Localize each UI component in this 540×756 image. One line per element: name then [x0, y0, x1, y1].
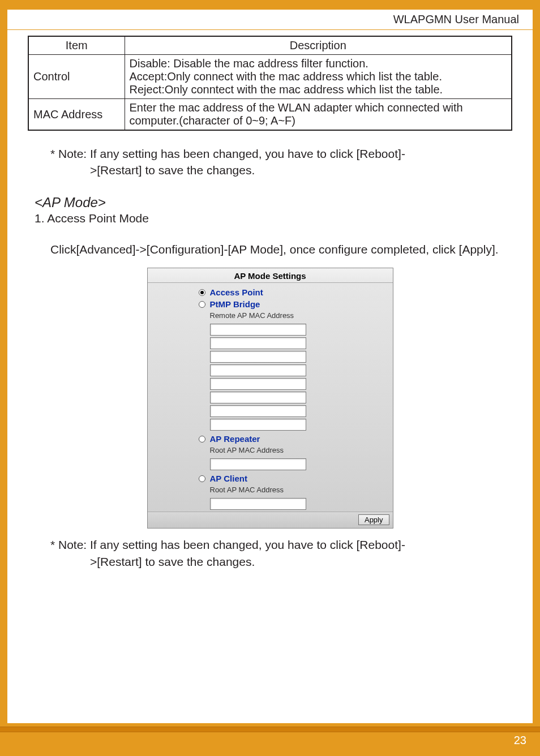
- section-title: <AP Mode>: [35, 195, 512, 211]
- sublabel-root-mac: Root AP MAC Address: [148, 484, 393, 496]
- sublabel-root-mac: Root AP MAC Address: [148, 445, 393, 457]
- mac-input[interactable]: [210, 405, 306, 417]
- apply-button[interactable]: Apply: [358, 514, 389, 525]
- note-line: * Note: If any setting has been changed,…: [50, 536, 512, 553]
- cell-desc: Enter the mac address of the WLAN adapte…: [125, 99, 512, 131]
- sublabel-remote-mac: Remote AP MAC Address: [148, 310, 393, 322]
- mac-input[interactable]: [210, 324, 306, 336]
- option-label: AP Repeater: [210, 434, 260, 444]
- radio-icon[interactable]: [199, 289, 205, 296]
- radio-icon[interactable]: [199, 436, 205, 443]
- th-description: Description: [125, 36, 512, 55]
- mac-input[interactable]: [210, 498, 306, 510]
- cell-item: Control: [28, 55, 125, 99]
- panel-footer: Apply: [148, 512, 393, 528]
- mac-input[interactable]: [210, 458, 306, 470]
- option-label: PtMP Bridge: [210, 299, 260, 309]
- content-area: Item Description Control Disable: Disabl…: [7, 30, 533, 570]
- note-1: * Note: If any setting has been changed,…: [50, 145, 512, 179]
- mac-input[interactable]: [210, 419, 306, 431]
- page: WLAPGMN User Manual Item Description Con…: [7, 7, 533, 723]
- radio-icon[interactable]: [199, 475, 205, 482]
- subheading: 1. Access Point Mode: [35, 212, 512, 225]
- description-table: Item Description Control Disable: Disabl…: [28, 36, 512, 131]
- paragraph: Click[Advanced]->[Configuration]-[AP Mod…: [50, 241, 512, 257]
- mac-input[interactable]: [210, 392, 306, 403]
- note-line: * Note: If any setting has been changed,…: [50, 145, 512, 162]
- option-ap-client[interactable]: AP Client: [148, 472, 393, 484]
- cell-desc: Disable: Disable the mac address filter …: [125, 55, 512, 99]
- page-header: WLAPGMN User Manual: [7, 10, 533, 30]
- panel-title: AP Mode Settings: [148, 268, 393, 283]
- radio-icon[interactable]: [199, 301, 205, 308]
- option-ptmp-bridge[interactable]: PtMP Bridge: [148, 298, 393, 310]
- option-label: Access Point: [210, 287, 263, 297]
- ap-mode-panel: AP Mode Settings Access Point PtMP Bridg…: [147, 268, 393, 529]
- option-label: AP Client: [210, 474, 247, 483]
- doc-title: WLAPGMN User Manual: [393, 13, 519, 26]
- page-number: 23: [514, 734, 526, 747]
- table-row: MAC Address Enter the mac address of the…: [28, 99, 512, 131]
- cell-item: MAC Address: [28, 99, 125, 131]
- option-access-point[interactable]: Access Point: [148, 286, 393, 298]
- option-ap-repeater[interactable]: AP Repeater: [148, 433, 393, 445]
- note-line: >[Restart] to save the changes.: [50, 553, 512, 570]
- panel-body: Access Point PtMP Bridge Remote AP MAC A…: [148, 283, 393, 528]
- table-header-row: Item Description: [28, 36, 512, 55]
- table-row: Control Disable: Disable the mac address…: [28, 55, 512, 99]
- footer-strip: 23: [0, 723, 540, 756]
- mac-input[interactable]: [210, 378, 306, 390]
- note-2: * Note: If any setting has been changed,…: [50, 536, 512, 570]
- mac-input[interactable]: [210, 364, 306, 376]
- mac-input[interactable]: [210, 337, 306, 349]
- mac-input[interactable]: [210, 351, 306, 363]
- th-item: Item: [28, 36, 125, 55]
- note-line: >[Restart] to save the changes.: [50, 162, 512, 178]
